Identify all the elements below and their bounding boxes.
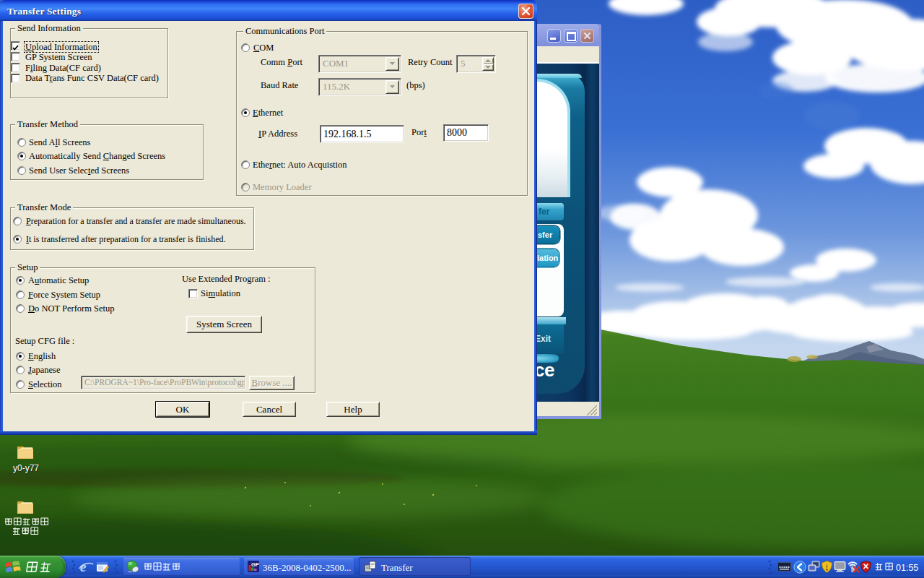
svg-text:GP: GP (251, 561, 259, 568)
